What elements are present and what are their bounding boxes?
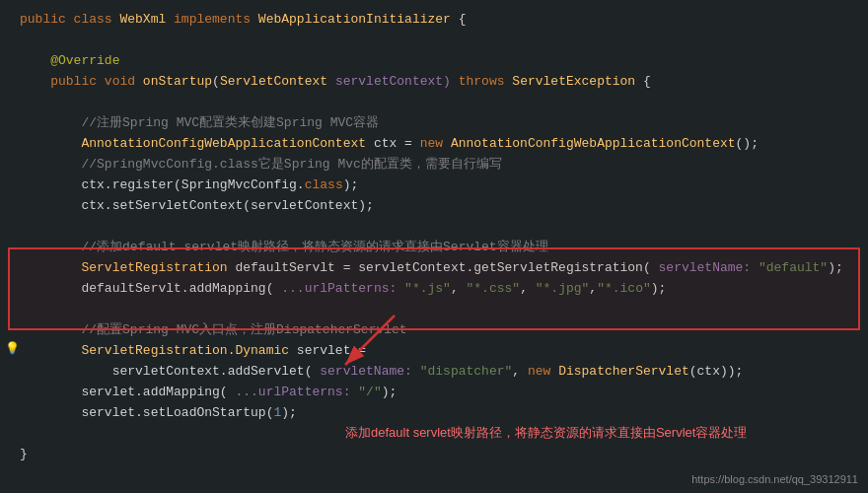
blog-url: https://blog.csdn.net/qq_39312911 bbox=[691, 473, 858, 485]
code-line: //注册Spring MVC配置类来创建Spring MVC容器 bbox=[0, 113, 868, 134]
code-line bbox=[0, 31, 868, 51]
code-line: //SpringMvcConfig.class它是Spring Mvc的配置类，… bbox=[0, 155, 868, 176]
code-line bbox=[0, 217, 868, 238]
code-line: @Override bbox=[0, 51, 868, 72]
code-line: } bbox=[0, 445, 868, 465]
code-line: servletContext.addServlet( servletName: … bbox=[0, 362, 868, 383]
svg-line-1 bbox=[345, 316, 395, 365]
code-line: ctx.setServletContext(servletContext); bbox=[0, 196, 868, 217]
code-line: ServletRegistration defaultServlt = serv… bbox=[0, 258, 868, 279]
annotation-text: 添加default servlet映射路径，将静态资源的请求直接由Servlet… bbox=[345, 424, 747, 442]
code-line: ctx.register(SpringMvcConfig.class); bbox=[0, 176, 868, 196]
code-line: //配置Spring MVC入口点，注册DispatcherServlet bbox=[0, 320, 868, 341]
code-line bbox=[0, 93, 868, 113]
code-line: public void onStartup(ServletContext ser… bbox=[0, 72, 868, 93]
code-line: AnnotationConfigWebApplicationContext ct… bbox=[0, 134, 868, 155]
annotation-arrow bbox=[316, 306, 434, 385]
code-line bbox=[0, 300, 868, 320]
code-line: servlet.addMapping( ...urlPatterns: "/")… bbox=[0, 383, 868, 403]
code-line: defaultServlt.addMapping( ...urlPatterns… bbox=[0, 279, 868, 300]
lightbulb-icon: 💡 bbox=[5, 341, 20, 356]
code-line: ServletRegistration.Dynamic servlet = bbox=[0, 341, 868, 362]
code-line: public class WebXml implements WebApplic… bbox=[0, 10, 868, 31]
code-line: //添加default servlet映射路径，将静态资源的请求直接由Servl… bbox=[0, 238, 868, 258]
code-line: servlet.setLoadOnStartup(1); bbox=[0, 403, 868, 424]
code-editor: public class WebXml implements WebApplic… bbox=[0, 0, 868, 475]
